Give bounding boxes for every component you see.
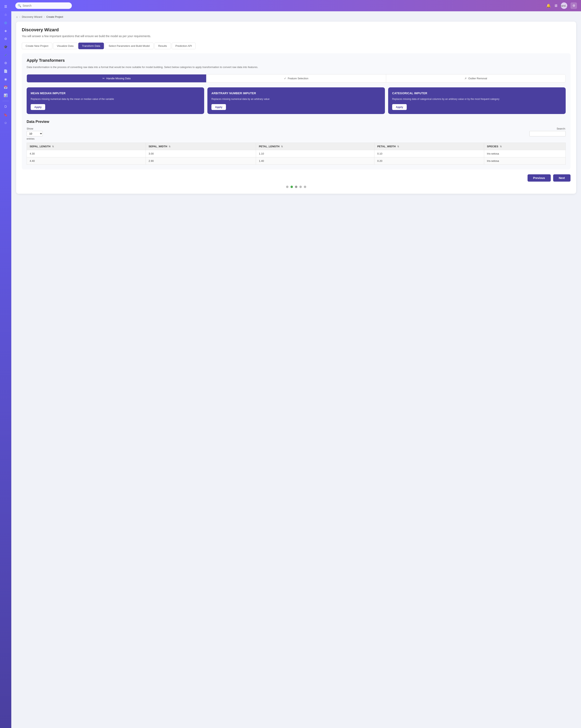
wizard-subtitle: You will answer a few important question… xyxy=(22,34,571,38)
progress-dot-1 xyxy=(286,186,289,188)
main-content: ⌂ › Discovery Wizard › Create Project Di… xyxy=(11,11,581,728)
wizard-tabs: Create New Project Visualize Data Transf… xyxy=(22,43,571,49)
imputer-card-mean-median: MEAN MEDIAN IMPUTER Replaces missing num… xyxy=(27,87,204,114)
monitor-icon[interactable]: 🖥 xyxy=(554,4,558,8)
sort-icon-3: ⇅ xyxy=(281,145,283,148)
sidebar-icon-chart[interactable]: 📊 xyxy=(2,92,9,99)
show-entries: Show 10 25 50 100 entries xyxy=(27,127,43,140)
sidebar-icon-menu[interactable]: ☰ xyxy=(2,3,9,10)
imputer-desc-1: Replaces missing numerical data by the m… xyxy=(31,97,200,101)
tab-visualize-data[interactable]: Visualize Data xyxy=(53,43,77,49)
data-preview-section: Data Preview Show 10 25 50 100 entries S xyxy=(27,120,566,165)
breadcrumb-discovery[interactable]: Discovery Wizard xyxy=(22,15,42,18)
table-cell-sepal_width: 2.90 xyxy=(146,157,256,165)
avatar[interactable]: rand... xyxy=(561,2,567,9)
progress-dot-5 xyxy=(304,186,306,188)
table-cell-petal_length: 1.10 xyxy=(256,150,374,157)
nav-buttons: Previous Next xyxy=(22,174,571,182)
notification-icon[interactable]: 🔔 xyxy=(546,3,551,8)
tab-select-parameters[interactable]: Select Parameters and Build Model xyxy=(105,43,154,49)
apply-btn-3[interactable]: Apply xyxy=(392,104,407,110)
imputer-title-1: MEAN MEDIAN IMPUTER xyxy=(31,92,200,96)
breadcrumb: ⌂ › Discovery Wizard › Create Project xyxy=(16,15,576,18)
col-petal-width[interactable]: PETAL_WIDTH ⇅ xyxy=(374,143,484,150)
search-box-label: Search: xyxy=(557,127,566,130)
data-preview-title: Data Preview xyxy=(27,120,566,124)
imputer-desc-3: Replaces missing data of categorical col… xyxy=(392,97,562,101)
sidebar-icon-face[interactable]: ☺ xyxy=(2,120,9,126)
table-header-row: SEPAL_LENGTH ⇅ SEPAL_WIDTH ⇅ PETAL_LENGT… xyxy=(27,143,566,150)
tab-prediction-api[interactable]: Prediction API xyxy=(172,43,196,49)
transformer-tab-outlier-removal[interactable]: ↗ Outlier Removal xyxy=(386,74,565,82)
breadcrumb-sep-2: › xyxy=(44,15,45,18)
sidebar-icon-letter-d[interactable]: D xyxy=(2,104,9,110)
home-breadcrumb-icon[interactable]: ⌂ xyxy=(16,15,18,18)
col-sepal-width[interactable]: SEPAL_WIDTH ⇅ xyxy=(146,143,256,150)
progress-dots xyxy=(22,186,571,188)
table-cell-petal_width: 0.10 xyxy=(374,150,484,157)
content-area: Apply Transformers Data transformation i… xyxy=(22,53,571,170)
sidebar-icon-layers[interactable]: ◈ xyxy=(2,27,9,34)
table-cell-species: Iris-setosa xyxy=(484,157,565,165)
table-cell-petal_length: 1.40 xyxy=(256,157,374,165)
breadcrumb-sep-1: › xyxy=(19,15,20,18)
table-search-input[interactable] xyxy=(529,131,566,136)
tab-create-new-project[interactable]: Create New Project xyxy=(22,43,52,49)
sidebar-icon-calendar[interactable]: 📅 xyxy=(2,84,9,90)
section-desc: Data transformation is the process of co… xyxy=(27,65,566,70)
apply-btn-2[interactable]: Apply xyxy=(211,104,226,110)
gear-button[interactable]: ⚙ xyxy=(571,2,577,9)
progress-dot-2 xyxy=(291,186,293,188)
entries-select[interactable]: 10 25 50 100 xyxy=(27,131,43,136)
wizard-title: Discovery Wizard xyxy=(22,27,571,32)
sidebar-icon-settings[interactable]: ⚙ xyxy=(2,60,9,66)
check-icon: ✓ xyxy=(284,77,286,80)
progress-dot-4 xyxy=(299,186,302,188)
transformer-tab-feature-selection[interactable]: ✓ Feature Selection xyxy=(206,74,386,82)
col-petal-length[interactable]: PETAL_LENGTH ⇅ xyxy=(256,143,374,150)
sort-icon-5: ⇅ xyxy=(500,145,502,148)
table-body: 4.303.001.100.10Iris-setosa4.402.901.400… xyxy=(27,150,566,165)
table-cell-petal_width: 0.20 xyxy=(374,157,484,165)
col-sepal-length[interactable]: SEPAL_LENGTH ⇅ xyxy=(27,143,146,150)
tab-transform-data[interactable]: Transform Data xyxy=(78,43,104,49)
imputer-desc-2: Replaces missing numerical data by an ar… xyxy=(211,97,381,101)
sidebar-icon-document[interactable]: 📄 xyxy=(2,68,9,74)
imputer-title-3: CATEGORICAL IMPUTER xyxy=(392,92,562,96)
sidebar-icon-graduation[interactable]: 🎓 xyxy=(2,44,9,50)
sidebar-icon-bookmark[interactable]: 🔖 xyxy=(2,111,9,118)
imputer-cards: MEAN MEDIAN IMPUTER Replaces missing num… xyxy=(27,87,566,114)
header: 🔍 🔔 🖥 rand... ⚙ xyxy=(11,0,581,11)
sidebar-icon-home[interactable]: ⌂ xyxy=(2,11,9,18)
sidebar-icon-check[interactable]: ✓ xyxy=(2,52,9,58)
search-wrapper: 🔍 xyxy=(15,2,72,9)
progress-dot-3 xyxy=(295,186,297,188)
data-table: SEPAL_LENGTH ⇅ SEPAL_WIDTH ⇅ PETAL_LENGT… xyxy=(27,142,566,165)
arrow-icon: ↗ xyxy=(465,77,467,80)
sidebar-icon-discovery[interactable]: ◎ xyxy=(2,19,9,26)
table-controls: Show 10 25 50 100 entries Search: xyxy=(27,127,566,140)
sidebar-icon-cog[interactable]: ⚙ xyxy=(2,35,9,42)
wizard-card: Discovery Wizard You will answer a few i… xyxy=(16,22,576,194)
table-cell-sepal_length: 4.30 xyxy=(27,150,146,157)
section-title: Apply Transformers xyxy=(27,58,566,63)
col-species[interactable]: SPECIES ⇅ xyxy=(484,143,565,150)
imputer-title-2: ARBITRARY NUMBER IMPUTER xyxy=(211,92,381,96)
imputer-card-categorical: CATEGORICAL IMPUTER Replaces missing dat… xyxy=(388,87,566,114)
previous-button[interactable]: Previous xyxy=(528,174,551,182)
sort-icon-4: ⇅ xyxy=(397,145,399,148)
sort-icon-1: ⇅ xyxy=(52,145,54,148)
tab-results[interactable]: Results xyxy=(154,43,171,49)
table-row: 4.303.001.100.10Iris-setosa xyxy=(27,150,566,157)
header-right: 🔔 🖥 rand... ⚙ xyxy=(546,2,577,9)
sidebar-icon-globe[interactable]: ◉ xyxy=(2,76,9,82)
sidebar: ☰ ⌂ ◎ ◈ ⚙ 🎓 ✓ ⚙ 📄 ◉ 📅 📊 D 🔖 ☺ xyxy=(0,0,11,728)
next-button[interactable]: Next xyxy=(553,174,571,182)
scissors-icon: ✂ xyxy=(103,77,105,80)
transformer-tabs: ✂ Handle Missing Data ✓ Feature Selectio… xyxy=(27,74,566,82)
transformer-tab-missing-data[interactable]: ✂ Handle Missing Data xyxy=(27,74,206,82)
table-cell-species: Iris-setosa xyxy=(484,150,565,157)
table-cell-sepal_width: 3.00 xyxy=(146,150,256,157)
apply-btn-1[interactable]: Apply xyxy=(31,104,45,110)
search-input[interactable] xyxy=(15,2,72,9)
